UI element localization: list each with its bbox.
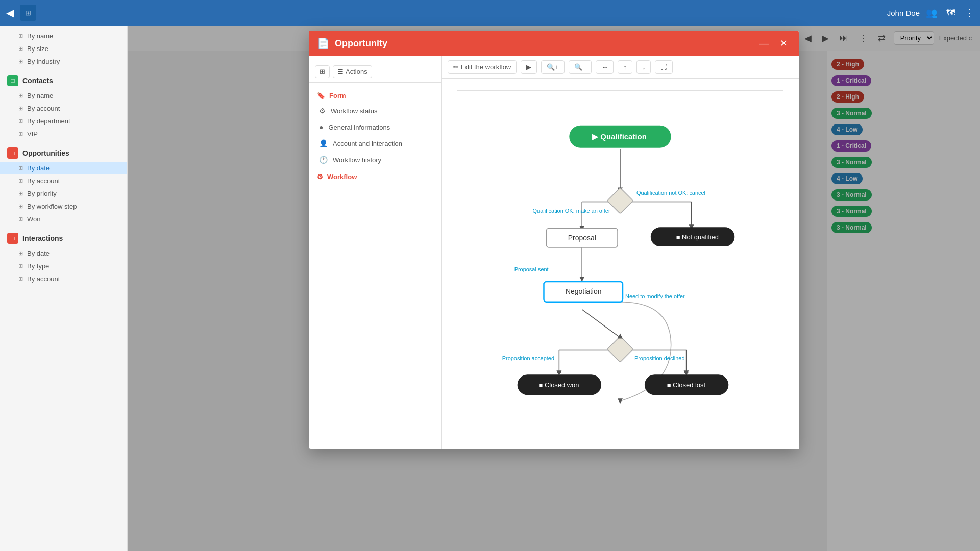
modal-close-button[interactable]: ✕ (777, 37, 791, 50)
back-button[interactable]: ◀ (6, 7, 14, 19)
app-icon: ⊞ (20, 5, 36, 21)
top-bar: ◀ ⊞ John Doe 👥 🗺 ⋮ (0, 0, 980, 26)
group-icon[interactable]: 👥 (926, 7, 937, 18)
zoom-out-icon: 🔍− (574, 63, 586, 71)
opportunities-icon: □ (7, 147, 18, 159)
contacts-header[interactable]: □ Contacts (0, 70, 127, 89)
modal-nav-workflow-status[interactable]: ⚙ Workflow status (309, 103, 441, 119)
form-section-icon: 🔖 (317, 92, 325, 99)
sidebar-item-int-by-type[interactable]: ⊞By type (0, 260, 127, 272)
map-icon[interactable]: 🗺 (946, 8, 955, 18)
svg-text:■ Not qualified: ■ Not qualified (676, 233, 719, 241)
modal-right: ✏ Edit the workflow ▶ 🔍+ 🔍− (442, 56, 799, 449)
play-button[interactable]: ▶ (521, 60, 537, 74)
svg-text:Qualification not OK: cancel: Qualification not OK: cancel (636, 190, 705, 196)
sidebar-section-opportunities: □ Opportunities ⊞By date ⊞By account ⊞By… (0, 142, 127, 226)
svg-text:Proposal: Proposal (568, 234, 596, 242)
grid-icon: ⊞ (320, 68, 325, 76)
modal-nav-general-info[interactable]: ● General informations (309, 119, 441, 135)
menu-icon[interactable]: ⋮ (965, 7, 974, 18)
svg-marker-40 (684, 372, 689, 374)
modal-nav-workflow-history[interactable]: 🕐 Workflow history (309, 152, 441, 168)
modal-grid-button[interactable]: ⊞ (315, 65, 330, 78)
opportunities-header[interactable]: □ Opportunities (0, 142, 127, 162)
sidebar-item-contacts-by-name[interactable]: ⊞By name (0, 89, 127, 102)
sidebar-item-by-industry[interactable]: ⊞ By industry (0, 55, 127, 68)
modal-body: ⊞ ☰ Actions 🔖 Form ⚙ Workfl (309, 56, 799, 449)
edit-workflow-button[interactable]: ✏ Edit the workflow (448, 60, 517, 74)
list-icon: ☰ (337, 68, 344, 76)
modal-left-nav: ⊞ ☰ Actions 🔖 Form ⚙ Workfl (309, 56, 442, 449)
sidebar-item-by-size[interactable]: ⊞ By size (0, 42, 127, 55)
svg-text:Proposition declined: Proposition declined (634, 355, 685, 361)
sidebar-item-opp-by-priority[interactable]: ⊞By priority (0, 187, 127, 200)
sidebar-section-interactions: □ Interactions ⊞By date ⊞By type ⊞By acc… (0, 228, 127, 285)
zoom-in-icon: 🔍+ (547, 63, 559, 71)
grid-icon: ⊞ (18, 58, 23, 65)
svg-line-11 (582, 310, 620, 338)
interactions-icon: □ (7, 233, 18, 244)
fit-icon: ↔ (601, 63, 608, 71)
contacts-icon: □ (7, 75, 18, 86)
settings-icon: ⚙ (319, 107, 326, 115)
modal-nav-account-interaction[interactable]: 👤 Account and interaction (309, 135, 441, 152)
form-section-header: 🔖 Form (309, 87, 441, 103)
sidebar-item-opp-by-workflow[interactable]: ⊞By workflow step (0, 200, 127, 213)
fit-button[interactable]: ↔ (596, 60, 614, 74)
sidebar-item-opp-by-date[interactable]: ⊞By date (0, 162, 127, 174)
person-icon: 👤 (319, 139, 328, 147)
modal: 📄 Opportunity — ✕ ⊞ ☰ Actions (309, 31, 799, 449)
zoom-out-button[interactable]: 🔍− (569, 60, 592, 74)
circle-icon: ● (319, 123, 323, 131)
modal-header: 📄 Opportunity — ✕ (309, 31, 799, 56)
svg-marker-39 (556, 372, 561, 374)
modal-overlay: 📄 Opportunity — ✕ ⊞ ☰ Actions (128, 26, 980, 551)
svg-text:■ Closed won: ■ Closed won (539, 381, 579, 389)
svg-text:Need to modify the offer: Need to modify the offer (625, 293, 685, 299)
fullscreen-button[interactable]: ⛶ (655, 60, 673, 74)
svg-text:▶ Qualification: ▶ Qualification (592, 132, 647, 141)
grid-icon: ⊞ (18, 33, 23, 39)
modal-toolbar: ⊞ ☰ Actions (309, 61, 441, 83)
sidebar-item-opp-won[interactable]: ⊞Won (0, 213, 127, 226)
user-name: John Doe (887, 9, 920, 17)
sidebar-item-opp-by-account[interactable]: ⊞By account (0, 174, 127, 187)
sidebar: ⊞ By name ⊞ By size ⊞ By industry □ Cont… (0, 26, 128, 551)
top-bar-icons: 👥 🗺 ⋮ (926, 7, 974, 18)
download-button[interactable]: ↓ (636, 60, 651, 74)
sidebar-item-contacts-vip[interactable]: ⊞VIP (0, 128, 127, 140)
svg-rect-20 (607, 188, 633, 214)
zoom-in-button[interactable]: 🔍+ (541, 60, 565, 74)
svg-text:Proposal sent: Proposal sent (514, 266, 549, 272)
edit-icon: ✏ (453, 63, 459, 71)
upload-icon: ↑ (623, 63, 627, 71)
sidebar-item-int-by-date[interactable]: ⊞By date (0, 247, 127, 260)
svg-marker-9 (579, 277, 584, 282)
sidebar-section-contacts: □ Contacts ⊞By name ⊞By account ⊞By depa… (0, 70, 127, 140)
svg-text:Negotiation: Negotiation (566, 287, 602, 295)
upload-button[interactable]: ↑ (618, 60, 632, 74)
workflow-diagram: ▶ Qualification Proposal ■ Not qualified (457, 90, 783, 437)
sidebar-item-contacts-by-department[interactable]: ⊞By department (0, 115, 127, 128)
sidebar-item-int-by-account[interactable]: ⊞By account (0, 272, 127, 285)
sidebar-item-contacts-by-account[interactable]: ⊞By account (0, 102, 127, 115)
interactions-header[interactable]: □ Interactions (0, 228, 127, 247)
svg-text:Proposition accepted: Proposition accepted (502, 355, 554, 361)
workflow-toolbar: ✏ Edit the workflow ▶ 🔍+ 🔍− (442, 56, 799, 79)
download-icon: ↓ (642, 63, 646, 71)
workflow-section-header: ⚙ Workflow (309, 168, 441, 184)
modal-title-icon: 📄 (317, 37, 330, 49)
top-section: ⊞ By name ⊞ By size ⊞ By industry (0, 26, 127, 70)
play-icon: ▶ (526, 63, 531, 71)
svg-rect-27 (607, 336, 633, 362)
clock-icon: 🕐 (319, 156, 328, 164)
modal-title: Opportunity (335, 38, 751, 49)
modal-actions-button[interactable]: ☰ Actions (333, 65, 372, 78)
modal-minimize-button[interactable]: — (756, 37, 772, 50)
sidebar-item-by-name[interactable]: ⊞ By name (0, 30, 127, 42)
svg-marker-10 (618, 398, 623, 404)
right-panel: ⏮ ◀ ▶ ⏭ ⋮ ⇄ Priority Expected c 2 - High… (128, 26, 980, 551)
svg-text:Qualification OK: make an offe: Qualification OK: make an offer (533, 208, 610, 214)
workflow-settings-icon: ⚙ (317, 173, 323, 181)
grid-icon: ⊞ (18, 45, 23, 52)
